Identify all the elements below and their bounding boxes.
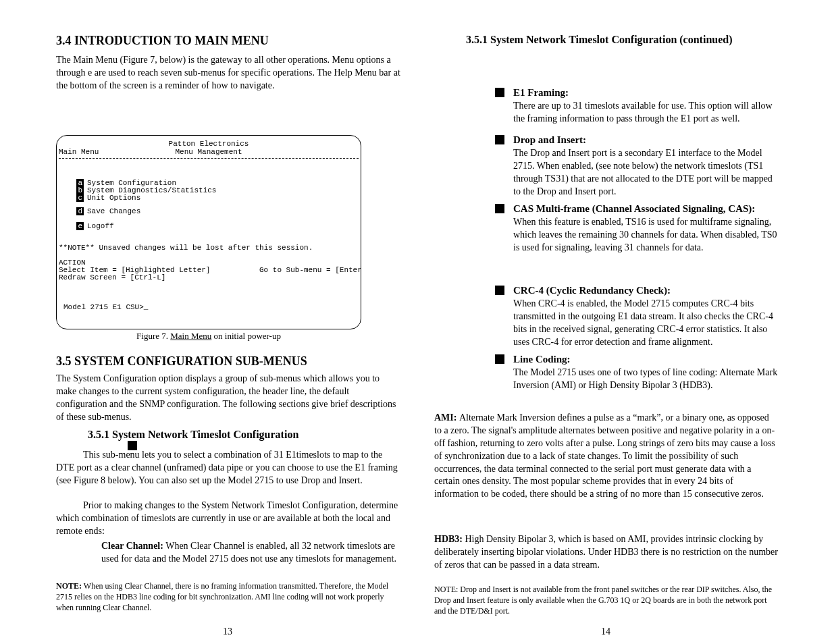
figure-header-menu: Menu Management	[57, 148, 361, 156]
page-number-left: 13	[223, 626, 232, 637]
left-note-block: NOTE: When using Clear Channel, there is…	[56, 581, 400, 614]
figure-action-redraw: Redraw Screen = [Ctrl-L]	[59, 273, 165, 281]
section-heading-3-5-1-cont: 3.5.1 System Network Timeslot Configurat…	[466, 34, 733, 46]
body-text-3-4: The Main Menu (Figure 7, below) is the g…	[56, 54, 400, 92]
hdb3-body: High Density Bipolar 3, which is based o…	[434, 534, 778, 570]
figure-prompt: Model 2715 E1 CSU>_	[63, 303, 148, 311]
clear-channel-block: Clear Channel: When Clear Channel is ena…	[101, 540, 400, 566]
figure-caption-rest: on initial power-up	[211, 331, 281, 341]
bullet-icon	[495, 286, 504, 295]
bullet-body-di: The Drop and Insert port is a secondary …	[513, 147, 779, 198]
figure-rule	[59, 158, 359, 159]
bullet-icon	[495, 135, 504, 144]
figure-7-caption: Figure 7. Main Menu on initial power-up	[118, 331, 299, 342]
bullet-heading-cas: CAS Multi-frame (Channel Associated Sign…	[513, 203, 755, 215]
figure-item-e-label: Logoff	[87, 222, 114, 230]
bullet-icon	[495, 354, 504, 364]
ami-block: AMI: Alternate Mark Inversion defines a …	[434, 412, 779, 501]
ami-label: AMI:	[434, 412, 459, 423]
section-heading-3-4: 3.4 INTRODUCTION TO MAIN MENU	[56, 34, 269, 48]
bullet-heading-di: Drop and Insert:	[513, 134, 586, 146]
hdb3-label: HDB3:	[434, 534, 465, 544]
body-text-3-5-1-bottom: Prior to making changes to the System Ne…	[56, 500, 400, 538]
body-text-3-5-1-top: This sub-menu lets you to select a combi…	[56, 449, 400, 487]
section-heading-3-5-1: 3.5.1 System Network Timeslot Configurat…	[88, 429, 298, 441]
bullet-body-cas: When this feature is enabled, TS16 is us…	[513, 216, 779, 254]
section-heading-3-5: 3.5 SYSTEM CONFIGURATION SUB-MENUS	[56, 354, 307, 369]
bullet-body-line-coding: The Model 2715 uses one of two types of …	[513, 367, 779, 392]
figure-caption-underline: Main Menu	[170, 331, 211, 341]
figure-action-right: Go to Sub-menu = [Enter]	[259, 266, 361, 274]
bullet-icon	[495, 204, 504, 213]
bullet-body-e1: There are up to 31 timeslots available f…	[513, 100, 779, 126]
bullet-icon	[495, 88, 504, 97]
page-number-right: 14	[601, 626, 610, 637]
hdb3-block: HDB3: High Density Bipolar 3, which is b…	[434, 533, 779, 572]
left-note-label: NOTE:	[56, 581, 82, 591]
figure-item-e-key: e	[76, 222, 84, 230]
bullet-body-crc4: When CRC-4 is enabled, the Model 2715 co…	[513, 298, 779, 349]
figure-7-frame: Patton Electronics Main Menu Menu Manage…	[56, 135, 361, 329]
right-footnote: NOTE: Drop and Insert is not available f…	[434, 584, 779, 617]
body-text-3-5: The System Configuration option displays…	[56, 373, 400, 424]
figure-item-e: eLogoff	[59, 214, 114, 238]
bullet-heading-crc4: CRC-4 (Cyclic Redundancy Check):	[513, 285, 671, 296]
bullet-heading-line-coding: Line Coding:	[513, 354, 571, 365]
figure-header-company: Patton Electronics	[57, 140, 361, 148]
left-note-body: When using Clear Channel, there is no fr…	[56, 581, 388, 612]
ami-body: Alternate Mark Inversion defines a pulse…	[434, 412, 775, 499]
bullet-heading-e1: E1 Framing:	[513, 87, 569, 99]
figure-caption-plain: Figure 7.	[136, 331, 170, 341]
figure-note: **NOTE** Unsaved changes will be lost af…	[59, 244, 313, 252]
clear-channel-heading: Clear Channel:	[101, 541, 163, 551]
